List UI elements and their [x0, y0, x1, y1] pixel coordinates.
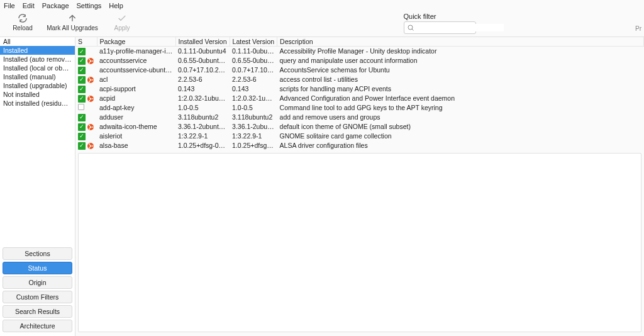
quick-filter-input[interactable] — [417, 24, 504, 31]
check-icon[interactable]: ✓ — [78, 57, 86, 65]
table-row[interactable]: ✓adduser3.118ubuntu23.118ubuntu2add and … — [75, 113, 644, 122]
latest-version: 2.2.53-6 — [230, 75, 277, 84]
table-row[interactable]: ✓acl2.2.53-62.2.53-6access control list … — [75, 75, 644, 84]
unchecked-icon[interactable] — [78, 104, 84, 110]
filter-item-upgradable[interactable]: Installed (upgradable) — [0, 81, 75, 90]
svg-point-8 — [92, 79, 94, 81]
check-icon[interactable]: ✓ — [78, 133, 86, 140]
table-row[interactable]: ✓accountsservice-ubuntu-schema0.0.7+17.1… — [75, 65, 644, 75]
toolbar: Reload Mark All Upgrades Apply Quick fil… — [0, 11, 644, 36]
package-name: accountsservice-ubuntu-schema — [97, 65, 175, 75]
architecture-button[interactable]: Architecture — [3, 320, 72, 332]
status-cell[interactable] — [75, 103, 97, 113]
filter-item-local-obsolete[interactable]: Installed (local or obsolete) — [0, 64, 75, 72]
svg-point-23 — [92, 145, 94, 147]
package-detail-pane: No package is selected. — [78, 153, 641, 332]
apply-label: Apply — [114, 25, 130, 31]
status-button[interactable]: Status — [3, 262, 72, 274]
col-status[interactable]: S — [75, 37, 97, 47]
check-icon[interactable]: ✓ — [78, 114, 86, 121]
check-icon[interactable]: ✓ — [78, 86, 86, 93]
filter-item-residual-config[interactable]: Not installed (residual config) — [0, 99, 75, 108]
status-cell[interactable]: ✓ — [75, 75, 97, 84]
ubuntu-icon — [87, 95, 94, 103]
check-icon[interactable]: ✓ — [78, 95, 86, 103]
status-cell[interactable]: ✓ — [75, 47, 97, 56]
quick-filter-field[interactable] — [404, 21, 476, 34]
mark-upgrades-icon — [67, 13, 78, 24]
status-cell[interactable]: ✓ — [75, 113, 97, 122]
menu-file[interactable]: File — [4, 2, 15, 9]
status-cell[interactable]: ✓ — [75, 65, 97, 75]
installed-version: 0.6.55-0ubuntu12~2 — [175, 56, 230, 65]
search-results-button[interactable]: Search Results — [3, 305, 72, 318]
filter-item-not-installed[interactable]: Not installed — [0, 90, 75, 99]
col-installed-version[interactable]: Installed Version — [175, 37, 230, 47]
installed-version: 1.0.25+dfsg-0ubunt — [175, 141, 230, 150]
menu-package[interactable]: Package — [42, 2, 69, 9]
origin-button[interactable]: Origin — [3, 276, 72, 289]
apply-button[interactable]: Apply — [103, 13, 141, 35]
custom-filters-button[interactable]: Custom Filters — [3, 291, 72, 303]
filter-list[interactable]: All Installed Installed (auto removable)… — [0, 37, 75, 245]
menu-settings[interactable]: Settings — [77, 2, 102, 9]
table-row[interactable]: ✓accountsservice0.6.55-0ubuntu12~20.6.55… — [75, 56, 644, 65]
svg-point-25 — [89, 147, 90, 148]
latest-version: 0.143 — [230, 84, 277, 94]
svg-point-15 — [89, 100, 90, 101]
ubuntu-icon — [87, 76, 94, 84]
mark-upgrades-button[interactable]: Mark All Upgrades — [45, 13, 99, 35]
status-cell[interactable]: ✓ — [75, 132, 97, 141]
col-description[interactable]: Description — [277, 37, 644, 47]
menu-help[interactable]: Help — [109, 2, 123, 9]
reload-icon — [17, 13, 28, 24]
check-icon[interactable]: ✓ — [78, 67, 86, 74]
check-icon[interactable]: ✓ — [78, 76, 86, 84]
package-name: acpi-support — [97, 84, 175, 94]
status-cell[interactable]: ✓ — [75, 56, 97, 65]
table-row[interactable]: ✓a11y-profile-manager-indicator0.1.11-0u… — [75, 47, 644, 56]
table-row[interactable]: add-apt-key1.0-0.51.0-0.5Command line to… — [75, 103, 644, 113]
package-table: S Package Installed Version Latest Versi… — [75, 37, 644, 150]
properties-truncated[interactable]: Pr — [635, 25, 641, 32]
latest-version: 1.0.25+dfsg-0ubunt — [230, 141, 277, 150]
check-icon[interactable]: ✓ — [78, 48, 86, 55]
reload-button[interactable]: Reload — [4, 13, 42, 35]
table-row[interactable]: ✓acpi-support0.1430.143scripts for handl… — [75, 84, 644, 94]
table-row[interactable]: ✓acpid1:2.0.32-1ubuntu11:2.0.32-1ubuntu1… — [75, 94, 644, 103]
status-cell[interactable]: ✓ — [75, 141, 97, 150]
table-row[interactable]: ✓alsa-base1.0.25+dfsg-0ubunt1.0.25+dfsg-… — [75, 141, 644, 150]
main-area: All Installed Installed (auto removable)… — [0, 36, 644, 336]
status-cell[interactable]: ✓ — [75, 94, 97, 103]
svg-point-4 — [89, 59, 90, 60]
latest-version: 0.0.7+17.10.20170( — [230, 65, 277, 75]
package-description: access control list - utilities — [277, 75, 644, 84]
table-row[interactable]: ✓aisleriot1:3.22.9-11:3.22.9-1GNOME soli… — [75, 132, 644, 141]
installed-version: 3.118ubuntu2 — [175, 113, 230, 122]
menu-edit[interactable]: Edit — [23, 2, 35, 9]
col-latest-version[interactable]: Latest Version — [230, 37, 277, 47]
ubuntu-icon — [87, 57, 94, 65]
table-row[interactable]: ✓adwaita-icon-theme3.36.1-2ubuntu0.203.3… — [75, 122, 644, 132]
package-description: GNOME solitaire card game collection — [277, 132, 644, 141]
check-icon[interactable]: ✓ — [78, 123, 86, 131]
sections-button[interactable]: Sections — [3, 247, 72, 260]
status-cell[interactable]: ✓ — [75, 84, 97, 94]
filter-item-manual[interactable]: Installed (manual) — [0, 72, 75, 81]
package-table-wrap[interactable]: S Package Installed Version Latest Versi… — [75, 37, 644, 150]
filter-item-auto-removable[interactable]: Installed (auto removable) — [0, 55, 75, 64]
status-cell[interactable]: ✓ — [75, 122, 97, 132]
apply-icon — [116, 13, 128, 24]
installed-version: 3.36.1-2ubuntu0.20 — [175, 122, 230, 132]
check-icon[interactable]: ✓ — [78, 142, 86, 150]
filter-header[interactable]: All — [0, 37, 75, 46]
package-name: accountsservice — [97, 56, 175, 65]
latest-version: 0.1.11-0ubuntu4 — [230, 47, 277, 56]
filter-item-installed[interactable]: Installed — [0, 46, 75, 55]
col-package[interactable]: Package — [97, 37, 175, 47]
svg-point-20 — [89, 128, 90, 130]
installed-version: 2.2.53-6 — [175, 75, 230, 84]
svg-point-19 — [89, 125, 90, 126]
package-name: acl — [97, 75, 175, 84]
latest-version: 1:3.22.9-1 — [230, 132, 277, 141]
